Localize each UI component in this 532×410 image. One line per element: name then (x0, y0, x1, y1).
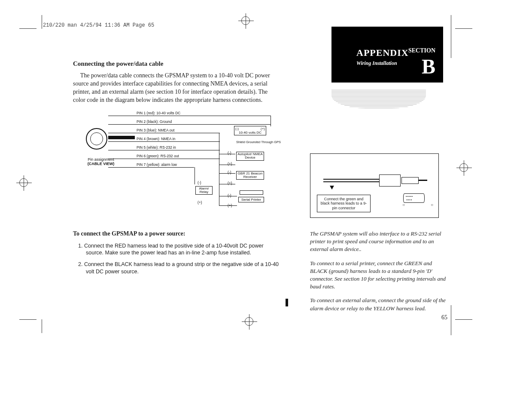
cable-trunk (108, 136, 135, 139)
appendix-banner: APPENDIX Wiring Installation SECTION B (331, 27, 443, 83)
polarity-plus: (+) (198, 200, 202, 205)
section-label: SECTION (408, 47, 435, 54)
pin-6-label: PIN 6 (green): RS-232 out (137, 154, 179, 158)
connector-diagram: Connect the green and black harness lead… (310, 153, 439, 218)
polarity-minus: (-) (198, 181, 201, 185)
step-item: 1.Connect the RED harness lead to the po… (86, 242, 279, 257)
crop-mark (451, 305, 451, 335)
connector-instruction-label: Connect the green and black harness lead… (317, 195, 371, 212)
registration-mark-icon (241, 16, 254, 29)
pin-1-label: PIN 1 (red): 10-40 volts DC (137, 111, 181, 115)
doc-header-info: 210/220 man 4/25/94 11:36 AM Page 65 (43, 22, 154, 28)
crop-mark (455, 319, 472, 320)
plug-illustration (314, 85, 443, 115)
page-number: 65 (441, 313, 447, 322)
registration-mark-icon (19, 178, 28, 187)
appendix-subtitle: Wiring Installation (356, 60, 397, 67)
wiring-diagram: Pin assignment (CABLE VIEW) PIN 1 (red):… (73, 111, 275, 223)
steps-list: 1.Connect the RED harness lead to the po… (73, 242, 279, 276)
right-body-text: The GPSMAP system will also interface to… (310, 230, 447, 312)
right-paragraph: To connect an external alarm, connect th… (310, 297, 447, 312)
crop-mark (455, 28, 472, 29)
alarm-relay-box: Alarm/ Relay (195, 186, 213, 195)
crop-mark (42, 319, 42, 333)
power-source-box: (-) (+) 10-40 volts DC (234, 126, 266, 135)
db9-connector-icon: ○ ○ (402, 198, 433, 211)
pin-7-label: PIN 7 (yellow): alarm low (137, 162, 177, 167)
gbr-receiver-box: GBR 21 Beacon Receiver (236, 171, 264, 180)
intro-paragraph: The power/data cable connects the GPSMAP… (73, 72, 279, 104)
crop-mark (42, 15, 42, 29)
section-heading: Connecting the power/data cable (73, 60, 279, 67)
pin-3-label: PIN 3 (blue): NMEA out (137, 128, 174, 132)
right-paragraph: To connect to a serial printer, connect … (310, 260, 447, 291)
polarity-plus: (+) (228, 162, 232, 166)
crop-mark (19, 28, 36, 29)
registration-mark-icon (459, 163, 468, 172)
left-column: Connecting the power/data cable The powe… (73, 60, 279, 280)
right-column: APPENDIX Wiring Installation SECTION B C… (310, 27, 447, 318)
polarity-minus: (-) (228, 193, 231, 198)
section-letter: B (422, 55, 435, 78)
autopilot-box: Autopilot/ NMEA Device (236, 152, 264, 161)
shield-note: Shield Grounded Through GPS (236, 140, 266, 144)
polarity-minus: (-) (228, 170, 231, 174)
pin-5-label: PIN 5 (white): RS-232 in (137, 145, 176, 150)
cable-illustration (323, 171, 426, 188)
pin-2-label: PIN 2 (black): Ground (137, 119, 172, 124)
connector-icon (86, 128, 107, 150)
printer-top-icon (240, 190, 263, 195)
connect-subheading: To connect the GPSMAP to a power source: (73, 230, 279, 237)
step-text: Connect the RED harness lead to the posi… (84, 243, 264, 256)
polarity-plus: (+) (228, 181, 232, 185)
pin-4-label: PIN 4 (brown): NMEA in (137, 137, 175, 141)
right-paragraph: The GPSMAP system will also interface to… (310, 230, 447, 254)
page-root: { "header": { "doc_info": "210/220 man 4… (0, 0, 532, 410)
appendix-title: APPENDIX (356, 47, 409, 58)
serial-printer-box: Serial Printer (238, 197, 264, 202)
crop-mark (19, 319, 36, 320)
step-item: 2.Connect the BLACK harness lead to a gr… (86, 261, 279, 275)
crop-mark (451, 15, 451, 58)
gutter-mark-icon (286, 299, 288, 306)
registration-mark-icon (245, 317, 258, 330)
step-text: Connect the BLACK harness lead to a grou… (84, 261, 279, 275)
polarity-minus: (-) (228, 151, 231, 155)
